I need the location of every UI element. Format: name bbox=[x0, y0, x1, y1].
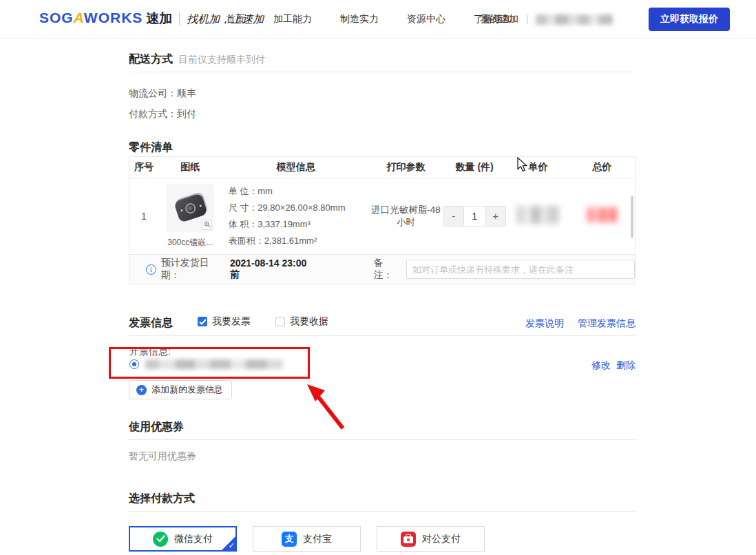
logo-text-2: WORKS bbox=[84, 10, 143, 26]
nav-strength[interactable]: 制造实力 bbox=[340, 13, 379, 25]
main-nav: 首页 加工能力 制造实力 资源中心 了解速加 bbox=[226, 0, 512, 39]
print-param-cell: 进口光敏树脂-48小时 bbox=[370, 204, 442, 229]
my-account-link[interactable]: 我的速加 bbox=[480, 13, 518, 25]
remark-label: 备注： bbox=[374, 257, 402, 282]
parts-table-header: 序号 图纸 模型信息 打印参数 数量 (件) 单价 总价 bbox=[129, 157, 635, 178]
model-volume-line: 体 积：3,337.19mm³ bbox=[229, 216, 370, 233]
col-header-index: 序号 bbox=[129, 161, 158, 174]
alipay-button[interactable]: 支 支付宝 bbox=[253, 526, 361, 552]
model-size-line: 尺 寸：29.80×26.00×8.80mm bbox=[229, 200, 370, 216]
want-invoice-label[interactable]: 我要发票 bbox=[212, 315, 251, 328]
wechat-pay-icon bbox=[153, 532, 168, 547]
delete-invoice-link[interactable]: 删除 bbox=[616, 359, 636, 372]
want-invoice-checkbox[interactable] bbox=[198, 317, 207, 326]
account-divider bbox=[527, 14, 527, 24]
wechat-pay-label: 微信支付 bbox=[174, 533, 213, 545]
total-price-cell bbox=[569, 207, 635, 225]
coupon-title-row: 使用优惠券 bbox=[129, 420, 636, 440]
part-bolt-hole-right bbox=[200, 205, 202, 207]
part-3d-preview bbox=[174, 193, 208, 222]
model-unit-line: 单 位：mm bbox=[229, 183, 370, 200]
col-header-unit-price: 单价 bbox=[507, 161, 569, 174]
shipping-title: 配送方式 bbox=[129, 52, 173, 67]
selected-check-icon: ✓ bbox=[229, 541, 235, 550]
logo-text: SOG bbox=[39, 10, 74, 26]
want-receipt-label[interactable]: 我要收据 bbox=[290, 315, 328, 328]
parts-table-footer: i 预计发货日期： 2021-08-14 23:00前 备注： bbox=[129, 254, 635, 284]
corporate-pay-label: 对公支付 bbox=[422, 533, 461, 545]
redacted-username bbox=[536, 14, 613, 25]
invoice-explain-link[interactable]: 发票说明 bbox=[525, 317, 564, 330]
add-invoice-label: 添加新的发票信息 bbox=[151, 384, 223, 396]
col-header-total-price: 总价 bbox=[569, 161, 635, 174]
redacted-total-price bbox=[587, 207, 617, 222]
coupon-title: 使用优惠券 bbox=[129, 420, 184, 434]
col-header-quantity: 数量 (件) bbox=[442, 161, 507, 174]
model-info-cell: 单 位：mm 尺 寸：29.80×26.00×8.80mm 体 积：3,337.… bbox=[222, 183, 370, 249]
table-scrollbar[interactable] bbox=[631, 196, 633, 238]
invoice-actions: 修改 删除 bbox=[591, 359, 636, 372]
briefcase-dial bbox=[407, 538, 410, 541]
quantity-input[interactable] bbox=[463, 207, 486, 226]
get-quote-button[interactable]: 立即获取报价 bbox=[649, 8, 730, 31]
manage-invoice-link[interactable]: 管理发票信息 bbox=[578, 317, 636, 330]
shipping-section: 配送方式 目前仅支持顺丰到付 物流公司：顺丰 付款方式：到付 bbox=[129, 52, 636, 121]
ship-date-value: 2021-08-14 23:00前 bbox=[230, 258, 315, 281]
shipping-title-row: 配送方式 目前仅支持顺丰到付 bbox=[129, 52, 636, 72]
top-navbar: SOGAWORKS 速加 找机加，上速加 首页 加工能力 制造实力 资源中心 了… bbox=[0, 0, 756, 39]
radio-dot bbox=[132, 362, 136, 366]
redacted-invoice-info bbox=[145, 359, 283, 369]
col-header-drawing: 图纸 bbox=[158, 161, 222, 174]
corporate-pay-icon bbox=[401, 532, 416, 547]
row-index: 1 bbox=[129, 211, 158, 222]
invoice-options: 我要发票 我要收据 bbox=[198, 315, 353, 328]
alipay-label: 支付宝 bbox=[303, 533, 332, 545]
nav-home[interactable]: 首页 bbox=[226, 13, 245, 25]
part-center-hole bbox=[184, 202, 197, 215]
quantity-stepper: - + bbox=[443, 206, 506, 227]
payment-method-label: 付款方式： bbox=[129, 108, 177, 119]
invoice-info-label: 开票信息: bbox=[129, 346, 171, 358]
corporate-pay-button[interactable]: 对公支付 bbox=[377, 526, 485, 552]
payment-method-value: 到付 bbox=[177, 108, 196, 119]
quantity-decrease-button[interactable]: - bbox=[444, 207, 463, 226]
logo-cn: 速加 bbox=[146, 10, 172, 28]
logistics-row: 物流公司：顺丰 bbox=[129, 87, 636, 100]
parts-table: 序号 图纸 模型信息 打印参数 数量 (件) 单价 总价 1 bbox=[129, 156, 636, 284]
logistics-value: 顺丰 bbox=[177, 87, 196, 98]
payment-title-row: 选择付款方式 bbox=[129, 492, 636, 512]
quantity-cell: - + bbox=[442, 206, 507, 227]
edit-invoice-link[interactable]: 修改 bbox=[591, 359, 611, 372]
payment-title: 选择付款方式 bbox=[129, 492, 195, 506]
table-row: 1 300cc镶嵌... 单 位：mm bbox=[129, 178, 635, 254]
unit-price-cell bbox=[507, 206, 569, 227]
invoice-title: 发票信息 bbox=[129, 316, 173, 331]
nav-resources[interactable]: 资源中心 bbox=[407, 13, 445, 25]
parts-title: 零件清单 bbox=[129, 140, 636, 155]
invoice-radio-row[interactable] bbox=[129, 359, 283, 369]
parts-section: 零件清单 序号 图纸 模型信息 打印参数 数量 (件) 单价 总价 1 bbox=[129, 140, 636, 284]
zoom-in-icon[interactable] bbox=[202, 220, 212, 230]
add-invoice-button[interactable]: + 添加新的发票信息 bbox=[129, 380, 232, 399]
info-icon: i bbox=[146, 264, 156, 275]
plus-icon: + bbox=[136, 385, 147, 395]
wechat-pay-button[interactable]: 微信支付 ✓ bbox=[129, 526, 237, 552]
quantity-increase-button[interactable]: + bbox=[486, 207, 505, 226]
shipping-subtitle: 目前仅支持顺丰到付 bbox=[178, 54, 265, 66]
invoice-radio[interactable] bbox=[129, 359, 139, 369]
payment-methods: 微信支付 ✓ 支 支付宝 对公支付 bbox=[129, 526, 485, 552]
alipay-icon: 支 bbox=[282, 532, 297, 547]
ship-date-label: 预计发货日期： bbox=[161, 257, 227, 282]
part-name: 300cc镶嵌... bbox=[160, 237, 220, 249]
want-receipt-checkbox[interactable] bbox=[275, 317, 285, 326]
part-thumbnail[interactable] bbox=[167, 185, 213, 231]
logo-a-mark: A bbox=[74, 10, 84, 26]
payment-section: 选择付款方式 微信支付 ✓ 支 支付宝 对公支付 bbox=[129, 492, 636, 555]
coupon-empty-text: 暂无可用优惠券 bbox=[129, 450, 196, 463]
model-surface-line: 表面积：2,381.61mm² bbox=[229, 233, 370, 249]
nav-capability[interactable]: 加工能力 bbox=[273, 13, 312, 25]
pay-on-delivery-row: 付款方式：到付 bbox=[129, 108, 636, 121]
remark-input[interactable] bbox=[406, 260, 635, 279]
col-header-model-info: 模型信息 bbox=[222, 161, 370, 174]
col-header-print-params: 打印参数 bbox=[370, 161, 442, 174]
